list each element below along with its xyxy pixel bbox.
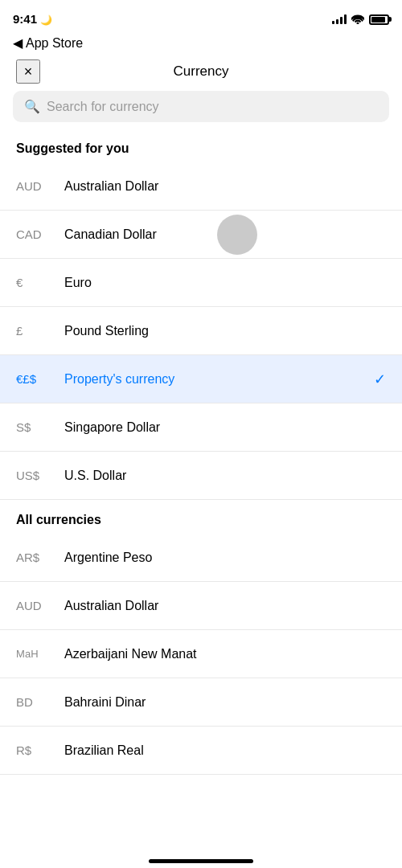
currency-name-azn: Azerbaijani New Manat <box>64 647 386 661</box>
header-title: Currency <box>174 63 229 80</box>
currency-code-cad: CAD <box>16 227 64 241</box>
suggested-item-sgd[interactable]: S$ Singapore Dollar <box>0 403 402 452</box>
back-arrow-icon[interactable]: ◀ <box>13 35 23 51</box>
moon-icon: 🌙 <box>40 14 52 26</box>
currency-code-eur: € <box>16 276 64 289</box>
status-icons <box>332 14 389 25</box>
suggested-item-eur[interactable]: € Euro <box>0 259 402 307</box>
all-item-azn[interactable]: МаН Azerbaijani New Manat <box>0 630 402 678</box>
currency-code-brl: R$ <box>16 743 64 757</box>
all-item-bhd[interactable]: BD Bahraini Dinar <box>0 678 402 727</box>
currency-name-cad: Canadian Dollar <box>64 227 386 242</box>
suggested-item-aud[interactable]: AUD Australian Dollar <box>0 162 402 211</box>
currency-name-aud2: Australian Dollar <box>64 599 386 613</box>
currency-code-sgd: S$ <box>16 420 64 434</box>
currency-name-gbp: Pound Sterling <box>64 324 386 338</box>
home-bar <box>149 859 253 863</box>
status-bar: 9:41 🌙 <box>0 0 402 35</box>
currency-code-azn: МаН <box>16 648 64 660</box>
all-currencies-section-header: All currencies <box>0 500 402 534</box>
currency-name-usd: U.S. Dollar <box>64 469 386 483</box>
search-placeholder[interactable]: Search for currency <box>47 100 159 114</box>
suggested-item-cad[interactable]: CAD Canadian Dollar <box>0 211 402 259</box>
close-button[interactable]: × <box>16 59 40 84</box>
home-indicator <box>0 851 402 868</box>
currency-name-eur: Euro <box>64 276 386 290</box>
search-container: 🔍 Search for currency <box>0 91 402 135</box>
suggested-item-usd[interactable]: US$ U.S. Dollar <box>0 452 402 500</box>
currency-code-aud: AUD <box>16 179 64 193</box>
currency-code-ars: AR$ <box>16 551 64 564</box>
currency-code-gbp: £ <box>16 324 64 338</box>
currency-code-usd: US$ <box>16 469 64 482</box>
suggested-item-property[interactable]: €£$ Property's currency ✓ <box>0 355 402 403</box>
all-item-ars[interactable]: AR$ Argentine Peso <box>0 534 402 582</box>
battery-icon <box>369 14 389 25</box>
currency-name-brl: Brazilian Real <box>64 743 386 758</box>
app-store-bar[interactable]: ◀ App Store <box>0 35 402 55</box>
all-item-brl[interactable]: R$ Brazilian Real <box>0 727 402 775</box>
currency-name-ars: Argentine Peso <box>64 551 386 565</box>
currency-code-aud2: AUD <box>16 599 64 612</box>
search-box[interactable]: 🔍 Search for currency <box>13 91 389 122</box>
currency-code-property: €£$ <box>16 372 64 386</box>
currency-code-bhd: BD <box>16 695 64 709</box>
status-time: 9:41 <box>13 12 37 26</box>
suggested-currency-list: AUD Australian Dollar CAD Canadian Dolla… <box>0 162 402 500</box>
suggested-item-gbp[interactable]: £ Pound Sterling <box>0 307 402 355</box>
all-item-aud[interactable]: AUD Australian Dollar <box>0 582 402 630</box>
currency-name-property: Property's currency <box>64 372 374 387</box>
wifi-icon <box>351 14 364 24</box>
all-currency-list: AR$ Argentine Peso AUD Australian Dollar… <box>0 534 402 775</box>
currency-name-bhd: Bahraini Dinar <box>64 695 386 710</box>
suggested-section-header: Suggested for you <box>0 135 402 162</box>
header: × Currency <box>0 55 402 91</box>
checkmark-icon: ✓ <box>374 371 386 388</box>
currency-name-aud: Australian Dollar <box>64 179 386 194</box>
currency-name-sgd: Singapore Dollar <box>64 420 386 435</box>
app-store-label[interactable]: App Store <box>26 36 83 51</box>
status-time-area: 9:41 🌙 <box>13 12 52 27</box>
signal-bars-icon <box>332 14 347 24</box>
search-icon: 🔍 <box>24 99 40 114</box>
